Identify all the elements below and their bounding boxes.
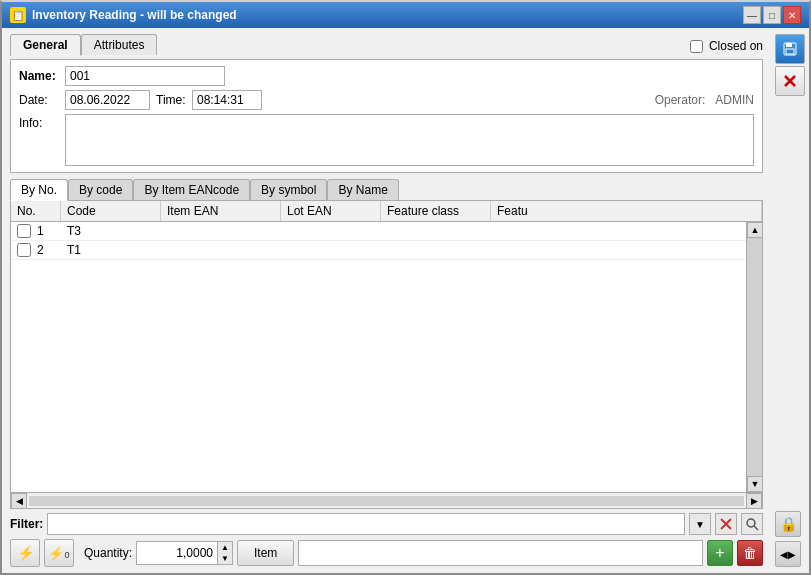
cell-feature-2	[491, 248, 746, 252]
svg-point-0	[747, 519, 755, 527]
trash-icon: 🗑	[743, 545, 757, 561]
col-header-no: No.	[11, 201, 61, 221]
horizontal-scrollbar[interactable]: ◀ ▶	[11, 492, 762, 508]
main-tabs-row: General Attributes Closed on	[10, 34, 763, 55]
save-button[interactable]	[775, 34, 805, 64]
closed-on-checkbox[interactable]	[690, 40, 703, 53]
col-header-feature-class: Feature class	[381, 201, 491, 221]
sub-tab-by-symbol[interactable]: By symbol	[250, 179, 327, 200]
table-inner: 1 T3	[11, 222, 746, 492]
operator-value: ADMIN	[715, 93, 754, 107]
main-window: 📋 Inventory Reading - will be changed — …	[0, 0, 811, 575]
nav-icon: ◀▶	[780, 549, 796, 560]
vertical-scrollbar[interactable]: ▲ ▼	[746, 222, 762, 492]
filter-input[interactable]	[47, 513, 685, 535]
cell-item-ean-2	[161, 248, 281, 252]
col-header-lot-ean: Lot EAN	[281, 201, 381, 221]
main-tabs: General Attributes	[10, 34, 157, 55]
general-panel: Name: Date: Time: Operator: ADMIN Info:	[10, 59, 763, 173]
quantity-down-button[interactable]: ▼	[218, 553, 232, 564]
scroll-track	[747, 238, 762, 476]
table-body[interactable]: 1 T3	[11, 222, 746, 492]
tab-general[interactable]: General	[10, 34, 81, 56]
h-scroll-track	[29, 496, 744, 506]
name-label: Name:	[19, 69, 59, 83]
cell-feature-class-1	[381, 229, 491, 233]
maximize-button[interactable]: □	[763, 6, 781, 24]
cell-item-ean-1	[161, 229, 281, 233]
window-icon: 📋	[10, 7, 26, 23]
name-input[interactable]	[65, 66, 225, 86]
table-scroll-wrap: 1 T3	[11, 222, 762, 492]
title-bar: 📋 Inventory Reading - will be changed — …	[2, 2, 809, 28]
closed-on-label: Closed on	[709, 39, 763, 53]
row-checkbox-1[interactable]	[17, 224, 31, 238]
svg-rect-3	[786, 43, 792, 47]
closed-on-area: Closed on	[690, 39, 763, 53]
cell-code-1: T3	[61, 222, 161, 240]
sub-tab-by-code[interactable]: By code	[68, 179, 133, 200]
nav-button[interactable]: ◀▶	[775, 541, 801, 567]
table-row[interactable]: 1 T3	[11, 222, 746, 241]
data-table-container: No. Code Item EAN Lot EAN Feature class …	[10, 200, 763, 509]
side-buttons-panel: 🔒 ◀▶	[771, 28, 809, 573]
title-bar-left: 📋 Inventory Reading - will be changed	[10, 7, 237, 23]
filter-dropdown-button[interactable]: ▼	[689, 513, 711, 535]
scroll-down-button[interactable]: ▼	[747, 476, 762, 492]
table-header: No. Code Item EAN Lot EAN Feature class …	[11, 201, 762, 222]
sub-tab-by-name[interactable]: By Name	[327, 179, 398, 200]
info-label: Info:	[19, 114, 59, 130]
lightning-icon-2: ⚡0	[48, 546, 69, 561]
quantity-up-button[interactable]: ▲	[218, 542, 232, 553]
filter-clear-button[interactable]	[715, 513, 737, 535]
quantity-input-wrap: ▲ ▼	[136, 541, 233, 565]
cell-code-2: T1	[61, 241, 161, 259]
lock-icon: 🔒	[780, 516, 797, 532]
col-header-item-ean: Item EAN	[161, 201, 281, 221]
tab-attributes[interactable]: Attributes	[81, 34, 158, 55]
quantity-input[interactable]	[137, 542, 217, 564]
lightning-button-1[interactable]: ⚡	[10, 539, 40, 567]
col-header-feature: Featu	[491, 201, 762, 221]
name-row: Name:	[19, 66, 754, 86]
close-button[interactable]: ✕	[783, 6, 801, 24]
minimize-button[interactable]: —	[743, 6, 761, 24]
main-content: General Attributes Closed on Name:	[2, 28, 771, 573]
content-area: General Attributes Closed on Name:	[2, 28, 809, 573]
item-button[interactable]: Item	[237, 540, 294, 566]
title-buttons: — □ ✕	[743, 6, 801, 24]
scroll-right-button[interactable]: ▶	[746, 493, 762, 509]
clear-icon	[719, 517, 733, 531]
sub-tabs-area: By No. By code By Item EANcode By symbol…	[10, 179, 763, 567]
date-input[interactable]	[65, 90, 150, 110]
time-input[interactable]	[192, 90, 262, 110]
window-title: Inventory Reading - will be changed	[32, 8, 237, 22]
add-item-button[interactable]: +	[707, 540, 733, 566]
delete-item-button[interactable]: 🗑	[737, 540, 763, 566]
discard-button[interactable]	[775, 66, 805, 96]
lightning-button-2[interactable]: ⚡0	[44, 539, 74, 567]
info-textarea[interactable]	[65, 114, 754, 166]
lock-button[interactable]: 🔒	[775, 511, 801, 537]
item-input[interactable]	[298, 540, 703, 566]
sub-tabs-row: By No. By code By Item EANcode By symbol…	[10, 179, 763, 200]
quantity-label: Quantity:	[84, 546, 132, 560]
operator-label: Operator:	[655, 93, 706, 107]
bottom-area: Filter: ▼	[10, 509, 763, 567]
scroll-left-button[interactable]: ◀	[11, 493, 27, 509]
sub-tab-by-item-eancode[interactable]: By Item EANcode	[133, 179, 250, 200]
action-row: ⚡ ⚡0 Quantity: ▲ ▼	[10, 539, 763, 567]
col-header-code: Code	[61, 201, 161, 221]
info-row: Info:	[19, 114, 754, 166]
scroll-up-button[interactable]: ▲	[747, 222, 762, 238]
filter-search-button[interactable]	[741, 513, 763, 535]
row-checkbox-2[interactable]	[17, 243, 31, 257]
date-label: Date:	[19, 93, 59, 107]
cell-lot-ean-2	[281, 248, 381, 252]
cell-feature-1	[491, 229, 746, 233]
sub-tab-by-no[interactable]: By No.	[10, 179, 68, 201]
cell-no-2: 2	[11, 241, 61, 259]
svg-line-1	[754, 526, 758, 530]
table-row[interactable]: 2 T1	[11, 241, 746, 260]
save-icon	[782, 41, 798, 57]
